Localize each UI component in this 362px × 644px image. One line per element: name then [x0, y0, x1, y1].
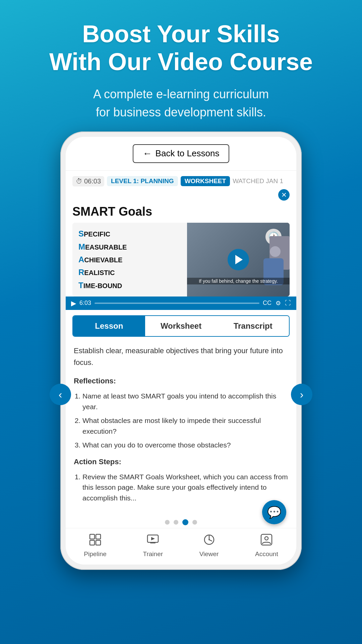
- phone-mockup: ‹ › ← Back to Lessons ⏱ 06:03 LEVEL 1: P…: [60, 131, 302, 570]
- worksheet-tag[interactable]: WORKSHEET: [181, 176, 230, 186]
- dot-3[interactable]: [182, 519, 188, 525]
- lesson-content: Establish clear, measurable objectives t…: [66, 337, 296, 514]
- tags-row: ⏱ 06:03 LEVEL 1: PLANNING WORKSHEET WATC…: [66, 171, 296, 203]
- play-icon: [235, 255, 243, 264]
- viewer-icon: [203, 534, 215, 548]
- svg-rect-3: [96, 540, 101, 545]
- svg-marker-5: [151, 537, 155, 540]
- chat-icon: 💬: [267, 505, 281, 519]
- svg-point-12: [265, 537, 268, 540]
- svg-rect-6: [150, 542, 156, 543]
- trainer-icon: [147, 534, 159, 548]
- video-container: SPECIFIC MEASURABLE ACHIEVABLE REALISTIC…: [72, 223, 290, 297]
- chat-fab-button[interactable]: 💬: [262, 500, 286, 524]
- pipeline-icon: [89, 534, 101, 548]
- account-icon: [260, 534, 273, 548]
- svg-rect-0: [90, 534, 95, 539]
- ctrl-right-icons: CC ⚙ ⛶: [263, 300, 291, 307]
- account-label: Account: [255, 550, 278, 558]
- smart-item-t: TIME-BOUND: [78, 280, 181, 290]
- list-item: Name at least two SMART goals you intend…: [82, 391, 288, 412]
- back-button-label: Back to Lessons: [156, 148, 220, 159]
- video-controls: ▶ 6:03 CC ⚙ ⛶: [66, 297, 296, 310]
- nav-pipeline[interactable]: Pipeline: [84, 534, 107, 558]
- svg-rect-2: [90, 540, 95, 545]
- phone-inner: ← Back to Lessons ⏱ 06:03 LEVEL 1: PLANN…: [66, 137, 296, 565]
- viewer-label: Viewer: [199, 550, 219, 558]
- prev-arrow[interactable]: ‹: [50, 384, 71, 405]
- svg-point-10: [208, 539, 210, 540]
- video-thumbnail[interactable]: 🕐 If you fall behind, change the strateg…: [187, 223, 290, 297]
- duration-tag: ⏱ 06:03: [72, 176, 104, 186]
- pipeline-label: Pipeline: [84, 550, 107, 558]
- list-item: What obstacles are most likely to impede…: [82, 415, 288, 436]
- hero-title: Boost Your Skills With Our Video Course: [49, 20, 313, 76]
- settings-icon[interactable]: ⚙: [276, 300, 281, 307]
- bottom-navigation: Pipeline Trainer: [66, 528, 296, 565]
- tab-transcript[interactable]: Transcript: [217, 316, 289, 336]
- smart-item-m: MEASURABLE: [78, 241, 181, 252]
- reflections-title: Reflections:: [74, 375, 288, 387]
- reflections-list: Name at least two SMART goals you intend…: [74, 391, 288, 450]
- list-item: Review the SMART Goals Worksheet, which …: [82, 472, 288, 503]
- dot-1[interactable]: [165, 520, 170, 525]
- lesson-title: SMART Goals: [66, 203, 296, 223]
- dots-indicator: [66, 514, 296, 528]
- back-to-lessons-button[interactable]: ← Back to Lessons: [133, 144, 230, 163]
- action-steps-title: Action Steps:: [74, 456, 288, 468]
- level-tag[interactable]: LEVEL 1: PLANNING: [107, 176, 178, 186]
- back-bar: ← Back to Lessons: [66, 137, 296, 171]
- content-intro: Establish clear, measurable objectives t…: [74, 345, 288, 368]
- next-arrow[interactable]: ›: [291, 384, 312, 405]
- clock-icon: ⏱: [76, 177, 82, 185]
- dot-2[interactable]: [174, 520, 178, 525]
- smart-list: SPECIFIC MEASURABLE ACHIEVABLE REALISTIC…: [72, 223, 187, 297]
- watched-tag: WATCHED JAN 1: [233, 177, 283, 185]
- play-pause-icon[interactable]: ▶: [71, 299, 76, 307]
- lesson-tabs: Lesson Worksheet Transcript: [72, 315, 290, 337]
- list-item: What can you do to overcome those obstac…: [82, 440, 288, 450]
- progress-bar[interactable]: [95, 303, 259, 304]
- tab-worksheet[interactable]: Worksheet: [145, 316, 217, 336]
- smart-item-a: ACHIEVABLE: [78, 254, 181, 265]
- video-subtitle: If you fall behind, change the strategy.: [187, 278, 290, 284]
- nav-account[interactable]: Account: [255, 534, 278, 558]
- smart-item-s: SPECIFIC: [78, 228, 181, 239]
- hero-subtitle: A complete e-learning curriculum for bus…: [49, 85, 313, 121]
- play-button[interactable]: [228, 249, 249, 270]
- hero-section: Boost Your Skills With Our Video Course …: [49, 0, 313, 131]
- video-time: 6:03: [79, 300, 91, 307]
- trainer-label: Trainer: [143, 550, 163, 558]
- back-arrow-icon: ←: [143, 148, 152, 159]
- nav-viewer[interactable]: Viewer: [199, 534, 219, 558]
- cc-icon[interactable]: CC: [263, 300, 272, 307]
- duration-value: 06:03: [84, 177, 101, 185]
- close-button[interactable]: ✕: [278, 189, 290, 201]
- tab-lesson[interactable]: Lesson: [73, 316, 145, 336]
- phone-outer: ← Back to Lessons ⏱ 06:03 LEVEL 1: PLANN…: [60, 131, 302, 570]
- smart-item-r: REALISTIC: [78, 267, 181, 277]
- svg-rect-1: [96, 534, 101, 539]
- fullscreen-icon[interactable]: ⛶: [285, 300, 291, 307]
- action-list: Review the SMART Goals Worksheet, which …: [74, 472, 288, 503]
- nav-trainer[interactable]: Trainer: [143, 534, 163, 558]
- dot-4[interactable]: [192, 520, 197, 525]
